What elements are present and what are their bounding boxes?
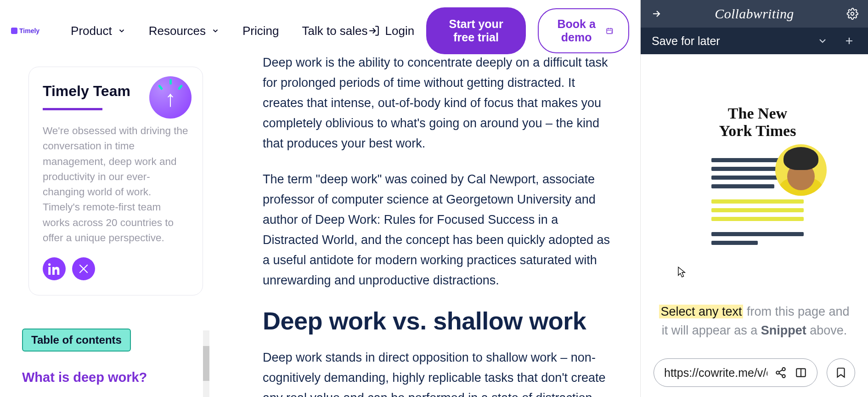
- chevron-down-icon: [211, 27, 220, 35]
- svg-point-4: [782, 374, 785, 378]
- svg-point-1: [851, 12, 854, 16]
- avatar-illustration: [775, 144, 827, 196]
- columns-icon[interactable]: [795, 367, 807, 379]
- login-link[interactable]: Login: [368, 24, 415, 38]
- nav-item-label: Pricing: [242, 24, 279, 38]
- nyt-logo: The New York Times: [711, 105, 804, 140]
- save-for-later-bar[interactable]: Save for later: [641, 28, 868, 54]
- collapse-panel-button[interactable]: [649, 8, 664, 19]
- article-heading: Deep work vs. shallow work: [263, 307, 617, 335]
- nav-talk-to-sales[interactable]: Talk to sales: [302, 24, 367, 38]
- arrow-right-icon: [651, 8, 662, 19]
- svg-rect-0: [607, 28, 612, 34]
- nav-item-label: Product: [71, 24, 112, 38]
- site-logo[interactable]: Timely: [11, 27, 39, 34]
- book-demo-label: Book a demo: [553, 17, 599, 44]
- settings-button[interactable]: [845, 8, 860, 20]
- illustration-card: The New York Times: [711, 105, 804, 245]
- article-paragraph: Deep work is the ability to concentrate …: [263, 52, 617, 153]
- author-bio: We're obsessed with driving the conversa…: [43, 123, 189, 245]
- nav-product[interactable]: Product: [71, 24, 126, 38]
- gear-icon: [846, 8, 858, 20]
- login-label: Login: [385, 24, 415, 38]
- hint-highlight: Select any text: [659, 305, 743, 318]
- main-navbar: Timely Product Resources Pricing Talk to…: [0, 11, 640, 51]
- svg-point-2: [782, 368, 785, 371]
- article-paragraph: The term "deep work" was coined by Cal N…: [263, 169, 617, 290]
- book-demo-button[interactable]: Book a demo: [538, 8, 629, 53]
- linkedin-icon[interactable]: [43, 257, 66, 280]
- hint-text: Select any text from this page and it wi…: [641, 302, 868, 340]
- calendar-icon: [606, 25, 614, 37]
- x-twitter-icon[interactable]: [72, 257, 95, 280]
- nav-item-label: Resources: [149, 24, 206, 38]
- plus-icon: [844, 35, 855, 46]
- chevron-down-icon: [817, 35, 828, 46]
- start-trial-button[interactable]: Start your free trial: [426, 7, 526, 54]
- author-avatar: ↑: [149, 76, 192, 119]
- toc-item-active[interactable]: What is deep work?: [22, 370, 204, 385]
- chevron-down-icon: [118, 27, 126, 35]
- panel-title: Collabwriting: [670, 6, 839, 22]
- nav-pricing[interactable]: Pricing: [242, 24, 279, 38]
- article-page: ↑ Timely Team We're obsessed with drivin…: [0, 0, 640, 397]
- bookmark-button[interactable]: [827, 358, 855, 387]
- toc-scrollbar[interactable]: [203, 330, 209, 397]
- nav-item-label: Talk to sales: [302, 24, 367, 38]
- login-icon: [368, 25, 380, 37]
- nav-resources[interactable]: Resources: [149, 24, 220, 38]
- article-paragraph: Deep work stands in direct opposition to…: [263, 347, 617, 397]
- expand-save-button[interactable]: [815, 35, 830, 46]
- article-body: Deep work is the ability to concentrate …: [263, 0, 617, 397]
- save-label: Save for later: [652, 34, 815, 48]
- svg-point-3: [776, 371, 779, 374]
- author-card: ↑ Timely Team We're obsessed with drivin…: [28, 67, 203, 295]
- share-url-pill[interactable]: https://cowrite.me/v/c827d: [654, 358, 817, 387]
- hint-snippet-word: Snippet: [761, 323, 806, 337]
- table-of-contents: Table of contents What is deep work?: [22, 329, 204, 385]
- share-url-text: https://cowrite.me/v/c827d: [664, 366, 767, 380]
- add-button[interactable]: [841, 35, 857, 46]
- toc-label[interactable]: Table of contents: [22, 329, 131, 352]
- collabwriting-panel: Collabwriting Save for later The New Yor…: [640, 0, 868, 397]
- share-icon[interactable]: [775, 367, 787, 379]
- bookmark-icon: [835, 367, 847, 379]
